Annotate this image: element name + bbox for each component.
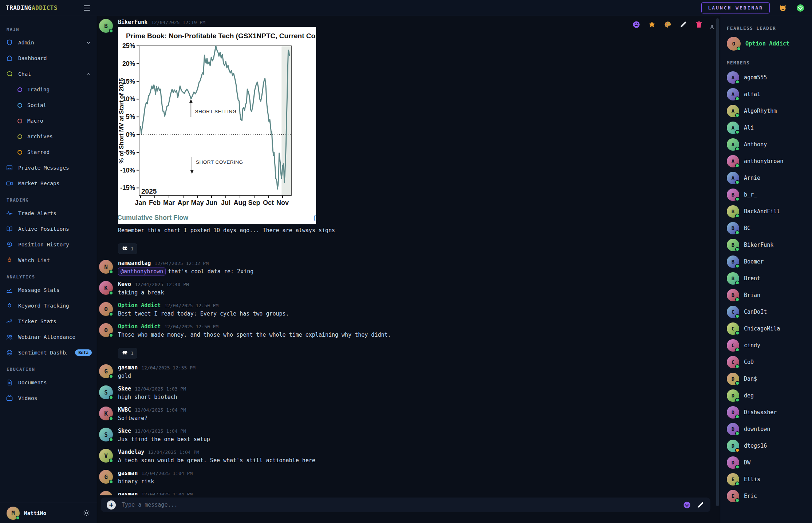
- message-username[interactable]: gasman: [118, 491, 138, 495]
- member-row[interactable]: Aanthonybrown: [727, 155, 806, 167]
- menu-toggle-icon[interactable]: [82, 4, 91, 12]
- emoji-picker-icon[interactable]: [683, 501, 691, 509]
- star-icon[interactable]: [648, 20, 656, 29]
- avatar[interactable]: A: [727, 155, 739, 167]
- member-row[interactable]: EEric: [727, 490, 806, 502]
- sidebar-subitem-starred[interactable]: Starred: [6, 147, 92, 158]
- sidebar-item-documents[interactable]: Documents: [6, 377, 92, 388]
- avatar[interactable]: A: [727, 71, 739, 84]
- avatar[interactable]: S: [99, 428, 113, 441]
- message-input[interactable]: [121, 501, 678, 508]
- member-row[interactable]: Ddeg: [727, 389, 806, 402]
- sidebar-item-webinar-attendance[interactable]: Webinar Attendance: [6, 332, 92, 342]
- sidebar-item-market-recaps[interactable]: Market Recaps: [6, 178, 92, 189]
- avatar[interactable]: C: [727, 306, 739, 318]
- avatar[interactable]: B: [727, 239, 739, 251]
- sidebar-item-position-history[interactable]: Position History: [6, 239, 92, 250]
- sidebar-subitem-social[interactable]: Social: [6, 100, 92, 111]
- avatar[interactable]: B: [99, 19, 113, 33]
- message-username[interactable]: Vandelay: [118, 449, 144, 455]
- member-row[interactable]: BBackAndFill: [727, 205, 806, 218]
- connection-status-icon[interactable]: [796, 4, 805, 12]
- avatar[interactable]: D: [727, 423, 739, 435]
- avatar[interactable]: C: [727, 356, 739, 368]
- sidebar-subitem-macro[interactable]: Macro: [6, 115, 92, 126]
- message-username[interactable]: nameandtag: [118, 260, 151, 266]
- cat-emoji-icon[interactable]: [779, 4, 787, 12]
- avatar[interactable]: G: [99, 491, 113, 495]
- sidebar-item-private-messages[interactable]: Private Messages: [6, 162, 92, 173]
- avatar[interactable]: K: [99, 281, 113, 295]
- user-mention[interactable]: @anthonybrown: [118, 268, 166, 276]
- avatar[interactable]: E: [727, 490, 739, 502]
- avatar[interactable]: B: [727, 272, 739, 285]
- member-row[interactable]: AAli: [727, 122, 806, 134]
- avatar[interactable]: D: [727, 440, 739, 452]
- sidebar-subitem-trading[interactable]: Trading: [6, 84, 92, 95]
- sidebar-item-active-positions[interactable]: Active Positions: [6, 223, 92, 234]
- avatar[interactable]: G: [99, 470, 113, 484]
- avatar[interactable]: V: [99, 449, 113, 463]
- sidebar-item-watch-list[interactable]: Watch List: [6, 255, 92, 266]
- member-row[interactable]: BBoomer: [727, 255, 806, 268]
- avatar[interactable]: B: [727, 205, 739, 218]
- member-row[interactable]: CChicagoMila: [727, 322, 806, 335]
- member-row[interactable]: Aalfa1: [727, 88, 806, 100]
- member-row[interactable]: AAlgoRhythm: [727, 105, 806, 117]
- avatar[interactable]: D: [727, 389, 739, 402]
- avatar[interactable]: A: [727, 122, 739, 134]
- member-row[interactable]: Bb_r_: [727, 189, 806, 201]
- avatar[interactable]: M: [7, 507, 20, 520]
- sidebar-item-videos[interactable]: Videos: [6, 393, 92, 404]
- sidebar-subitem-archives[interactable]: Archives: [6, 131, 92, 142]
- member-row[interactable]: BBrent: [727, 272, 806, 285]
- palette-icon[interactable]: [663, 20, 672, 29]
- current-user-bar[interactable]: M MattiMo: [0, 503, 97, 523]
- message-username[interactable]: Option Addict: [118, 302, 161, 309]
- avatar[interactable]: S: [99, 385, 113, 399]
- gear-icon[interactable]: [83, 509, 90, 517]
- message-username[interactable]: gasman: [118, 470, 138, 476]
- member-row[interactable]: DDishwasher: [727, 406, 806, 419]
- pencil-icon[interactable]: [679, 20, 687, 29]
- avatar[interactable]: C: [727, 339, 739, 352]
- sidebar-item-ticker-stats[interactable]: Ticker Stats: [6, 316, 92, 327]
- reaction-chip[interactable]: 1: [118, 243, 137, 254]
- person-icon[interactable]: [709, 24, 715, 30]
- avatar[interactable]: D: [727, 373, 739, 385]
- member-row[interactable]: AAnthony: [727, 138, 806, 151]
- avatar[interactable]: B: [727, 289, 739, 301]
- sidebar-item-message-stats[interactable]: Message Stats: [6, 285, 92, 296]
- avatar[interactable]: G: [99, 364, 113, 378]
- member-row[interactable]: Ccindy: [727, 339, 806, 352]
- avatar[interactable]: C: [727, 322, 739, 335]
- member-row[interactable]: DDW: [727, 456, 806, 469]
- attach-plus-button[interactable]: +: [107, 500, 116, 510]
- launch-webinar-button[interactable]: LAUNCH WEBINAR: [701, 2, 770, 13]
- message-username[interactable]: gasman: [118, 364, 138, 371]
- message-username[interactable]: Skee: [118, 428, 131, 434]
- message-username[interactable]: Option Addict: [118, 323, 161, 330]
- message-username[interactable]: KWBC: [118, 407, 131, 413]
- avatar[interactable]: N: [99, 260, 113, 274]
- member-row[interactable]: BBrian: [727, 289, 806, 301]
- avatar[interactable]: D: [727, 406, 739, 419]
- member-row[interactable]: Ddtegs16: [727, 440, 806, 452]
- avatar[interactable]: O: [99, 302, 113, 316]
- member-row[interactable]: DDan$: [727, 373, 806, 385]
- compose-pencil-icon[interactable]: [696, 501, 705, 509]
- sidebar-item-sentiment-dashb-[interactable]: Sentiment Dashb…Beta: [6, 347, 92, 358]
- sidebar-item-trade-alerts[interactable]: Trade Alerts: [6, 208, 92, 219]
- message-username[interactable]: Kevo: [118, 281, 131, 288]
- avatar[interactable]: O: [727, 37, 741, 51]
- leader-row[interactable]: OOption Addict: [727, 37, 806, 51]
- sidebar-item-keyword-tracking[interactable]: Keyword Tracking: [6, 300, 92, 311]
- posted-chart-image[interactable]: 25%20%15%10%5%0%-5%-10%-15%JanFebMarAprM…: [118, 27, 316, 224]
- message-username[interactable]: Skee: [118, 385, 131, 392]
- avatar[interactable]: A: [727, 105, 739, 117]
- member-row[interactable]: BBikerFunk: [727, 239, 806, 251]
- member-row[interactable]: CCoD: [727, 356, 806, 368]
- member-row[interactable]: CCanDoIt: [727, 306, 806, 318]
- member-row[interactable]: Aagom555: [727, 71, 806, 84]
- sidebar-item-admin[interactable]: Admin: [6, 37, 92, 48]
